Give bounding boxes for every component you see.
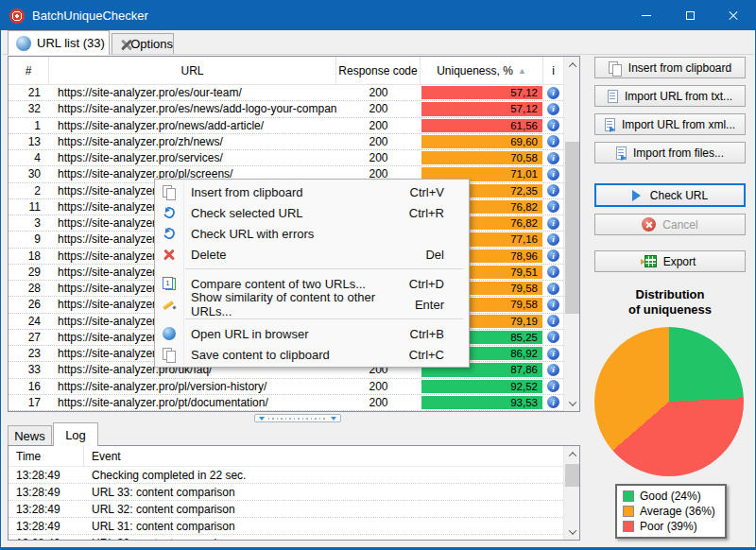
menu-item[interactable]: Check selected URL Ctrl+R bbox=[155, 202, 469, 223]
info-icon[interactable] bbox=[547, 266, 559, 278]
log-scrollbar[interactable] bbox=[563, 446, 579, 540]
table-row[interactable]: 21 https://site-analyzer.pro/es/our-team… bbox=[9, 85, 563, 101]
menu-item[interactable]: Insert from clipboard Ctrl+V bbox=[155, 181, 469, 202]
row-number: 4 bbox=[9, 151, 49, 164]
log-panel: Time Event 13:28:49 Checking completed i… bbox=[8, 445, 580, 541]
sort-asc-icon: ▲ bbox=[518, 66, 526, 76]
menu-item[interactable]: Delete Del bbox=[155, 244, 469, 265]
info-icon[interactable] bbox=[547, 315, 559, 327]
table-row[interactable]: 17 https://site-analyzer.pro/pt/document… bbox=[9, 395, 563, 411]
info-icon[interactable] bbox=[547, 119, 559, 131]
row-info-cell bbox=[543, 348, 563, 360]
row-info-cell bbox=[543, 315, 563, 327]
info-icon[interactable] bbox=[547, 200, 559, 213]
side-button[interactable]: Import URL from xml... bbox=[594, 113, 746, 135]
tab-log-label: Log bbox=[65, 428, 86, 442]
info-icon[interactable] bbox=[547, 168, 559, 180]
log-header-event[interactable]: Event bbox=[84, 446, 579, 466]
tab-url-list[interactable]: URL list (33) bbox=[8, 30, 110, 55]
minimize-button[interactable] bbox=[625, 1, 668, 30]
info-icon[interactable] bbox=[547, 249, 559, 262]
close-button[interactable] bbox=[712, 1, 755, 30]
scroll-thumb[interactable] bbox=[565, 142, 579, 314]
row-number: 24 bbox=[9, 315, 49, 328]
header-url[interactable]: URL bbox=[49, 57, 336, 84]
info-icon[interactable] bbox=[547, 364, 559, 376]
maximize-button[interactable] bbox=[668, 1, 712, 30]
app-window: BatchUniqueChecker URL list (33) Options… bbox=[0, 0, 756, 550]
cancel-icon bbox=[642, 217, 656, 232]
tools-icon bbox=[119, 37, 126, 52]
log-event: URL 30: content comparison bbox=[84, 537, 563, 541]
side-button[interactable]: Import URL from txt... bbox=[594, 85, 746, 107]
tab-news[interactable]: News bbox=[8, 425, 52, 445]
menu-item-icon bbox=[163, 298, 176, 311]
scroll-up-button[interactable] bbox=[564, 57, 580, 73]
table-row[interactable]: 13 https://site-analyzer.pro/zh/news/ 20… bbox=[9, 134, 563, 150]
cancel-button[interactable]: Cancel bbox=[594, 214, 746, 235]
uniqueness-value: 69,60 bbox=[421, 135, 542, 148]
side-button-icon bbox=[616, 146, 627, 160]
row-url: https://site-analyzer.pro/es/news/add-lo… bbox=[49, 102, 336, 115]
export-icon bbox=[644, 255, 657, 267]
row-number: 18 bbox=[9, 249, 49, 263]
legend-swatch bbox=[623, 490, 634, 502]
info-icon[interactable] bbox=[547, 396, 559, 408]
row-uniqueness-cell: 61,56 bbox=[421, 118, 543, 133]
log-scroll-thumb[interactable] bbox=[565, 464, 579, 487]
info-icon[interactable] bbox=[547, 184, 559, 197]
row-info-cell bbox=[543, 87, 563, 99]
table-row[interactable]: 1 https://site-analyzer.pro/news/add-art… bbox=[9, 118, 563, 134]
url-table-scrollbar[interactable] bbox=[563, 57, 579, 411]
menu-item-icon bbox=[163, 327, 176, 340]
side-button-label: Import URL from xml... bbox=[622, 118, 735, 131]
table-row[interactable]: 4 https://site-analyzer.pro/services/ 20… bbox=[9, 150, 563, 166]
log-scroll-up-button[interactable] bbox=[564, 446, 580, 462]
export-button[interactable]: Export bbox=[594, 250, 746, 272]
row-info-cell bbox=[543, 283, 563, 295]
log-header-time[interactable]: Time bbox=[9, 446, 84, 466]
info-icon[interactable] bbox=[547, 331, 559, 343]
info-icon[interactable] bbox=[547, 87, 559, 99]
info-icon[interactable] bbox=[547, 348, 559, 360]
header-uniqueness[interactable]: Uniqueness, % ▲ bbox=[421, 57, 543, 84]
info-icon[interactable] bbox=[547, 152, 559, 164]
menu-item[interactable]: Check URL with errors bbox=[155, 223, 469, 244]
menu-item[interactable]: Save content to clipboard Ctrl+C bbox=[155, 344, 469, 365]
chevron-up-icon bbox=[568, 452, 576, 459]
row-response-code: 200 bbox=[336, 102, 421, 115]
table-row[interactable]: 32 https://site-analyzer.pro/es/news/add… bbox=[9, 101, 563, 117]
log-scroll-down-button[interactable] bbox=[564, 524, 580, 540]
tab-log[interactable]: Log bbox=[53, 422, 98, 446]
menu-item-label: Compare content of two URLs... bbox=[183, 277, 409, 291]
header-num[interactable]: # bbox=[9, 57, 49, 84]
menu-item-shortcut: Del bbox=[425, 248, 469, 262]
info-icon[interactable] bbox=[547, 283, 559, 295]
side-button-label: Import URL from txt... bbox=[625, 90, 732, 103]
uniqueness-value: 92,52 bbox=[421, 380, 542, 393]
info-icon[interactable] bbox=[547, 103, 559, 115]
info-icon[interactable] bbox=[547, 380, 559, 392]
side-button[interactable]: Insert from clipboard bbox=[594, 57, 746, 78]
header-info[interactable]: i bbox=[543, 57, 563, 84]
check-url-button[interactable]: Check URL bbox=[594, 183, 746, 207]
splitter-arrow-left-icon bbox=[259, 417, 265, 423]
legend-item: Average (36%) bbox=[623, 504, 719, 519]
splitter-handle[interactable] bbox=[254, 414, 341, 422]
row-response-code: 200 bbox=[336, 86, 421, 99]
info-icon[interactable] bbox=[547, 217, 559, 230]
tab-options[interactable]: Options bbox=[112, 33, 174, 54]
info-icon[interactable] bbox=[547, 135, 559, 147]
info-icon[interactable] bbox=[547, 233, 559, 246]
row-info-cell bbox=[543, 103, 563, 115]
info-icon[interactable] bbox=[547, 299, 559, 311]
side-button[interactable]: Import from files... bbox=[594, 142, 746, 163]
splitter-dots bbox=[268, 418, 327, 420]
menu-item[interactable]: Show similarity of content to other URLs… bbox=[155, 294, 469, 315]
row-number: 3 bbox=[9, 216, 49, 230]
row-uniqueness-cell: 69,60 bbox=[421, 134, 543, 149]
table-row[interactable]: 16 https://site-analyzer.pro/pl/version-… bbox=[9, 379, 563, 395]
scroll-down-button[interactable] bbox=[564, 395, 580, 411]
header-response-code[interactable]: Response code bbox=[336, 57, 421, 84]
menu-item[interactable]: Open URL in browser Ctrl+B bbox=[155, 323, 469, 344]
